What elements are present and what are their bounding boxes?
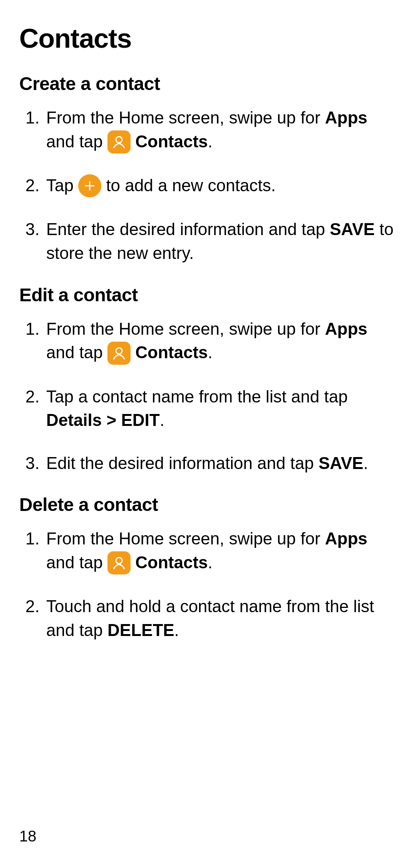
save-label: SAVE	[330, 220, 375, 239]
separator: >	[102, 411, 121, 429]
step-text: Edit the desired information and tap	[46, 454, 319, 472]
apps-label: Apps	[325, 319, 367, 338]
delete-label: DELETE	[107, 621, 174, 639]
step-text: From the Home screen, swipe up for	[46, 108, 325, 127]
contacts-app-icon	[107, 342, 131, 365]
step-text: From the Home screen, swipe up for	[46, 319, 325, 338]
section-heading-create: Create a contact	[19, 73, 397, 94]
step-text: Touch and hold a contact name from the l…	[46, 597, 374, 639]
details-label: Details	[46, 411, 102, 429]
step-text: .	[363, 454, 368, 472]
svg-point-3	[116, 348, 122, 354]
step-text: and tap	[46, 553, 107, 572]
step-text: .	[160, 411, 164, 429]
svg-point-0	[116, 137, 122, 143]
step-item: Tap to add a new contacts.	[44, 174, 397, 198]
steps-delete: From the Home screen, swipe up for Apps …	[19, 527, 397, 642]
step-item: From the Home screen, swipe up for Apps …	[44, 317, 397, 366]
step-text: to add a new contacts.	[101, 176, 276, 195]
edit-label: EDIT	[121, 411, 159, 429]
svg-point-4	[116, 558, 122, 564]
step-text: Tap a contact name from the list and tap	[46, 387, 348, 406]
step-text: .	[208, 132, 213, 151]
step-text: Tap	[46, 176, 78, 195]
step-item: Touch and hold a contact name from the l…	[44, 594, 397, 642]
step-item: Tap a contact name from the list and tap…	[44, 385, 397, 432]
step-item: Enter the desired information and tap SA…	[44, 217, 397, 265]
step-text: .	[208, 553, 213, 572]
step-text: .	[208, 343, 213, 362]
add-icon	[78, 174, 101, 197]
apps-label: Apps	[325, 529, 367, 548]
step-text: and tap	[46, 343, 107, 362]
step-item: From the Home screen, swipe up for Apps …	[44, 106, 397, 154]
step-text: Enter the desired information and tap	[46, 220, 330, 239]
contacts-label: Contacts	[135, 553, 208, 572]
step-text: .	[174, 621, 179, 639]
steps-edit: From the Home screen, swipe up for Apps …	[19, 317, 397, 475]
contacts-label: Contacts	[135, 343, 208, 362]
step-item: Edit the desired information and tap SAV…	[44, 451, 397, 475]
page-number: 18	[19, 828, 37, 845]
contacts-app-icon	[107, 130, 131, 154]
contacts-label: Contacts	[135, 132, 208, 151]
step-item: From the Home screen, swipe up for Apps …	[44, 527, 397, 575]
contacts-app-icon	[107, 551, 131, 574]
section-heading-delete: Delete a contact	[19, 494, 397, 515]
step-text: From the Home screen, swipe up for	[46, 529, 325, 548]
page-title: Contacts	[19, 23, 397, 54]
save-label: SAVE	[319, 454, 364, 472]
steps-create: From the Home screen, swipe up for Apps …	[19, 106, 397, 265]
apps-label: Apps	[325, 108, 367, 127]
section-heading-edit: Edit a contact	[19, 284, 397, 305]
step-text: and tap	[46, 132, 107, 151]
manual-page: Contacts Create a contact From the Home …	[0, 0, 416, 868]
